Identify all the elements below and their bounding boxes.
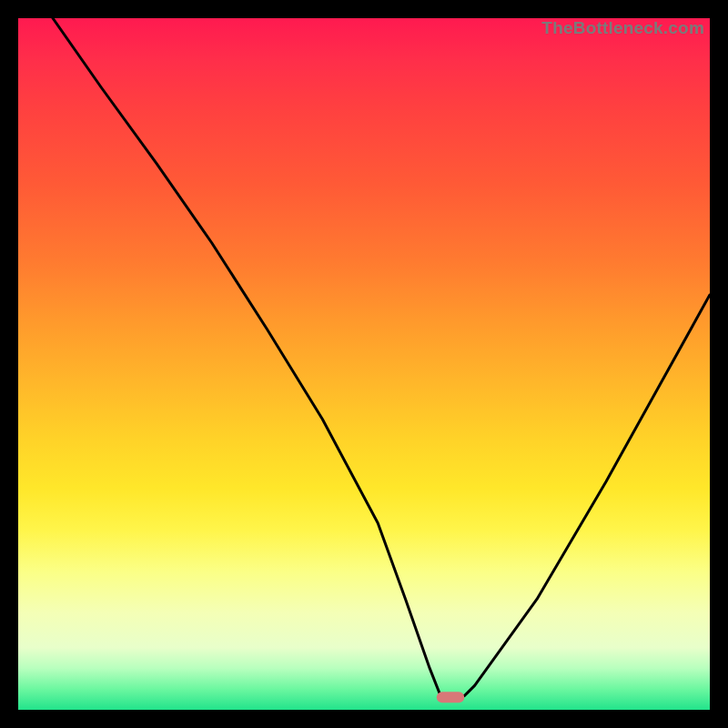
chart-svg (18, 18, 710, 710)
bottleneck-curve (53, 18, 710, 697)
chart-frame: TheBottleneck.com (0, 0, 728, 728)
chart-plot-area: TheBottleneck.com (18, 18, 710, 710)
watermark-text: TheBottleneck.com (541, 18, 704, 38)
optimal-marker (437, 692, 464, 703)
